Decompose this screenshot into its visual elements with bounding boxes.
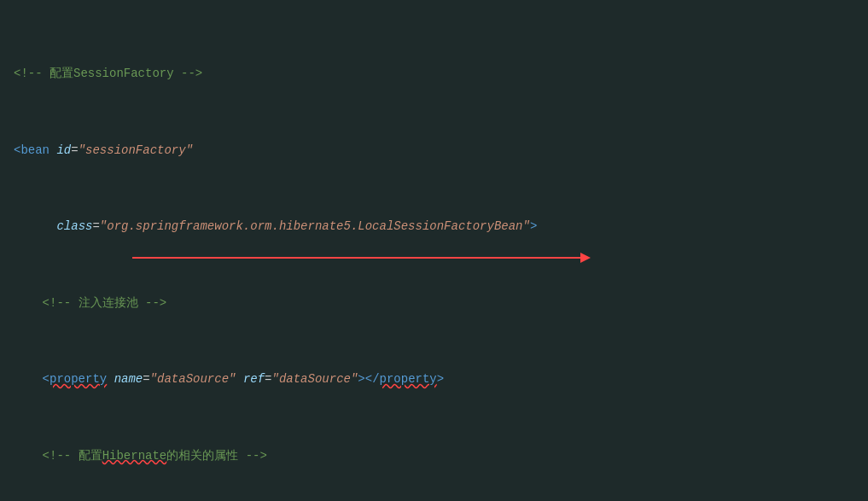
- comment-inject-pool: <!-- 注入连接池 -->: [43, 296, 167, 310]
- attr-name-datasource-value: "dataSource": [150, 372, 236, 386]
- attr-class-value: "org.springframework.orm.hibernate5.Loca…: [100, 219, 530, 233]
- attr-id: id: [56, 143, 71, 157]
- tag-property-datasource: <property: [43, 372, 108, 386]
- line-4: <!-- 注入连接池 -->: [14, 294, 854, 312]
- line-2: <bean id="sessionFactory": [14, 141, 854, 160]
- attr-id-value: "sessionFactory": [79, 143, 193, 157]
- attr-name-datasource: name: [114, 372, 143, 386]
- code-editor: <!-- 配置SessionFactory --> <bean id="sess…: [0, 0, 868, 501]
- line-5: <property name="dataSource" ref="dataSou…: [14, 370, 854, 388]
- comment-sessionfactory: <!-- 配置SessionFactory -->: [14, 67, 202, 80]
- line-1: <!-- 配置SessionFactory -->: [14, 64, 854, 83]
- tag-bean-open: <bean: [14, 143, 50, 157]
- line-6: <!-- 配置Hibernate的相关的属性 -->: [14, 446, 854, 465]
- attr-ref-datasource: ref: [243, 372, 265, 386]
- attr-class: class: [56, 219, 92, 233]
- attr-ref-datasource-value: "dataSource": [272, 372, 358, 386]
- line-3: class="org.springframework.orm.hibernate…: [14, 217, 854, 236]
- comment-configure-hibernate: <!-- 配置Hibernate的相关的属性 -->: [43, 449, 267, 463]
